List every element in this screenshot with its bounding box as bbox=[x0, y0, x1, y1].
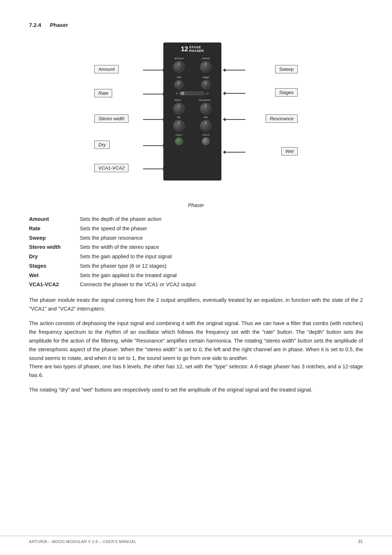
resonance-label-text: Resonance bbox=[270, 116, 294, 121]
dry-knob[interactable] bbox=[173, 120, 185, 131]
body-paragraph-3: The rotating "dry" and "wet" buttons are… bbox=[29, 386, 363, 394]
dry-arrow-line bbox=[143, 145, 163, 146]
phaser-module: 12 STAGE PHASER amount Sweep bbox=[163, 42, 221, 181]
param-row-vca: VCA1-VCA2 Connects the phaser to the VCA… bbox=[29, 281, 363, 289]
stereo-label-box: Stereo width bbox=[94, 114, 128, 123]
footer: ARTURIA – MOOG MODULAR V 2.6 – USER'S MA… bbox=[0, 536, 392, 544]
module-title-text2: PHASER bbox=[189, 49, 204, 53]
vca1-group: VCA 1 bbox=[175, 134, 183, 145]
stage-knob-group: Stage bbox=[201, 76, 211, 89]
section-header: 7.2.4 Phaser bbox=[29, 22, 363, 28]
stereo-knob[interactable] bbox=[173, 103, 185, 114]
amount-arrow-line bbox=[143, 70, 163, 70]
stages-arrow-head bbox=[223, 92, 225, 95]
vca-label-text: VCA1-VCA2 bbox=[98, 165, 124, 171]
param-name-vca: VCA1-VCA2 bbox=[29, 281, 80, 289]
resonance-knob[interactable] bbox=[200, 103, 212, 114]
module-title-bar: 12 STAGE PHASER bbox=[166, 45, 219, 53]
section-number: 7.2.4 bbox=[29, 22, 41, 28]
stereo-resonance-labels: Stereo reSonance bbox=[166, 99, 219, 101]
param-desc-wet: Sets the gain applied to the treated sig… bbox=[80, 272, 177, 280]
param-desc-sweep: Sets the phaser resonance bbox=[80, 234, 143, 242]
vca2-label: VCA 2 bbox=[202, 134, 209, 136]
body-paragraph-1: The phaser module treats the signal comi… bbox=[29, 296, 363, 313]
param-desc-dry: Sets the gain applied to the input signa… bbox=[80, 253, 172, 261]
body-paragraph-2: The action consists of dephasing the inp… bbox=[29, 319, 363, 380]
param-desc-vca: Connects the phaser to the VCA1 or VCA2 … bbox=[80, 281, 196, 289]
stage-12-label: 12 bbox=[206, 92, 209, 95]
rate-label-text: Rate bbox=[98, 90, 108, 96]
sweep-arrow-line bbox=[225, 70, 245, 70]
sweep-knob-group: Sweep bbox=[200, 57, 212, 73]
rate-arrow-line bbox=[143, 94, 163, 94]
dry-knob-group bbox=[173, 120, 185, 131]
wet-text: wet bbox=[204, 116, 208, 118]
amount-label-box: Amount bbox=[94, 65, 119, 73]
stage-selector: 6 12 bbox=[166, 92, 219, 95]
stage-label: Stage bbox=[203, 76, 209, 79]
vca1-button[interactable] bbox=[175, 137, 183, 145]
sweep-label-text: Sweep bbox=[279, 66, 294, 72]
resonance-label-box: Resonance bbox=[266, 114, 298, 123]
sweep-knob[interactable] bbox=[200, 61, 212, 73]
amount-knob-group: amount bbox=[173, 57, 185, 73]
param-row-amount: Amount Sets the depth of the phaser acti… bbox=[29, 215, 363, 223]
dry-label-box: Dry bbox=[94, 141, 110, 149]
wet-label-text: Wet bbox=[285, 149, 294, 154]
footer-page: 91 bbox=[358, 539, 363, 544]
vca2-button[interactable] bbox=[202, 137, 210, 145]
param-name-wet: Wet bbox=[29, 272, 80, 280]
stage-6-label: 6 bbox=[176, 92, 177, 95]
sweep-label: Sweep bbox=[202, 57, 210, 60]
param-row-dry: Dry Sets the gain applied to the input s… bbox=[29, 253, 363, 261]
stage-knob[interactable] bbox=[201, 80, 211, 89]
vca-label-box: VCA1-VCA2 bbox=[94, 164, 128, 172]
rate-knob[interactable] bbox=[174, 80, 184, 89]
param-row-stages: Stages Sets the phaser type (6 or 12 sta… bbox=[29, 262, 363, 270]
param-name-sweep: Sweep bbox=[29, 234, 80, 242]
dry-label-text: Dry bbox=[98, 142, 106, 147]
sweep-label-box: Sweep bbox=[275, 65, 298, 73]
vca-row: VCA 1 VCA 2 bbox=[166, 134, 219, 145]
wet-arrow-line bbox=[225, 152, 245, 153]
stereo-arrow-head bbox=[163, 118, 166, 121]
amount-label-text: Amount bbox=[98, 66, 115, 72]
resonance-knob-group bbox=[200, 103, 212, 114]
dry-arrow-head bbox=[163, 144, 166, 147]
sweep-arrow-head bbox=[223, 68, 225, 72]
vca-arrow-line bbox=[143, 169, 163, 169]
diagram-area: 12 STAGE PHASER amount Sweep bbox=[29, 39, 363, 199]
stages-label-text: Stages bbox=[279, 90, 294, 95]
resonance-arrow-line bbox=[225, 119, 245, 120]
param-row-wet: Wet Sets the gain applied to the treated… bbox=[29, 272, 363, 280]
param-name-rate: Rate bbox=[29, 225, 80, 233]
dry-wet-labels: dry wet bbox=[166, 116, 219, 118]
wet-knob-group bbox=[200, 120, 212, 131]
stereo-knob-group bbox=[173, 103, 185, 114]
param-name-amount: Amount bbox=[29, 215, 80, 223]
rate-label-box: Rate bbox=[94, 89, 112, 97]
diagram-inner: 12 STAGE PHASER amount Sweep bbox=[91, 42, 301, 195]
stages-arrow-line bbox=[225, 93, 245, 94]
param-name-stages: Stages bbox=[29, 262, 80, 270]
stage-track[interactable] bbox=[179, 92, 204, 95]
vca2-group: VCA 2 bbox=[202, 134, 210, 145]
param-name-stereo: Stereo width bbox=[29, 243, 80, 251]
wet-knob[interactable] bbox=[200, 120, 212, 131]
amount-arrow-head bbox=[163, 68, 166, 72]
resonance-arrow-head bbox=[223, 118, 225, 121]
vca1-label: VCA 1 bbox=[175, 134, 183, 136]
rate-arrow-head bbox=[163, 92, 166, 96]
rate-label: rate bbox=[177, 76, 181, 79]
param-desc-rate: Sets the speed of the phaser bbox=[80, 225, 147, 233]
rate-knob-group: rate bbox=[174, 76, 184, 89]
stage-dot bbox=[181, 92, 184, 95]
diagram-caption: Phaser bbox=[29, 202, 363, 208]
amount-knob[interactable] bbox=[173, 61, 185, 73]
param-table: Amount Sets the depth of the phaser acti… bbox=[29, 215, 363, 289]
stereo-text: Stereo bbox=[174, 99, 181, 101]
stages-label-box: Stages bbox=[275, 88, 298, 97]
footer-left: ARTURIA – MOOG MODULAR V 2.6 – USER'S MA… bbox=[29, 539, 136, 544]
wet-arrow-head bbox=[223, 150, 225, 154]
param-row-stereo: Stereo width Sets the width of the stere… bbox=[29, 243, 363, 251]
